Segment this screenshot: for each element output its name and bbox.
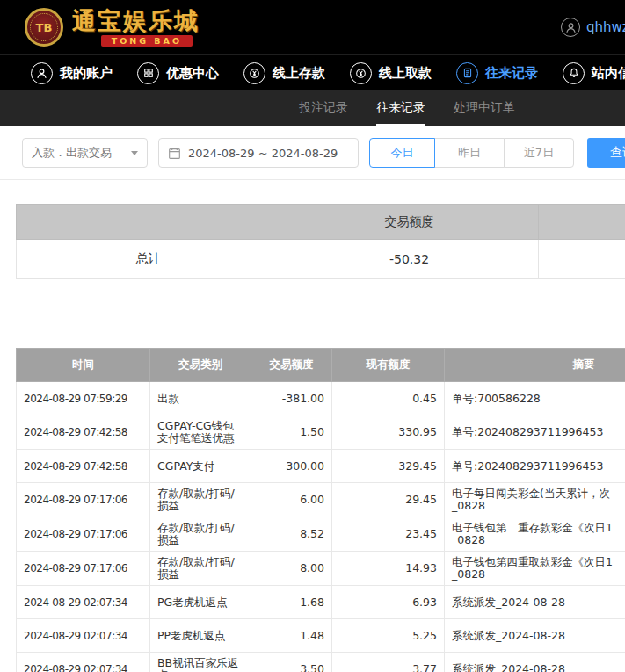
transactions-tbody: 2024-08-29 07:59:29出款-381.000.45单号:70058… — [17, 382, 625, 672]
table-row: 2024-08-29 07:17:06存款/取款/打码/损益6.0029.45电… — [17, 483, 625, 517]
table-row: 2024-08-29 02:07:34BB视讯百家乐返点3.503.77系统派发… — [17, 653, 625, 672]
tab-transaction-records[interactable]: 往来记录 — [376, 90, 425, 126]
summary-empty-cell — [539, 240, 625, 279]
nav-item-deposit[interactable]: 线上存款 — [243, 62, 325, 84]
tab-processing-orders[interactable]: 处理中订单 — [454, 90, 515, 126]
cell-balance: 23.45 — [332, 517, 445, 552]
cell-amount: 1.68 — [251, 586, 332, 619]
cell-summary: 单号:700586228 — [445, 382, 625, 415]
cell-type: PP老虎机返点 — [150, 619, 251, 653]
table-header-row: 时间 交易类别 交易额度 现有额度 摘要 — [17, 349, 625, 382]
cell-amount: 1.50 — [251, 415, 332, 450]
summary-section: 交易额度 总计 -50.32 — [16, 204, 625, 279]
last-7-days-button[interactable]: 近7日 — [504, 138, 574, 168]
records-icon — [456, 62, 478, 84]
nav-item-messages[interactable]: 站内信息 — [563, 62, 625, 84]
site-subtitle-badge: TONG BAO — [101, 35, 193, 47]
cell-summary: 系统派发_2024-08-28 — [445, 619, 625, 653]
cell-time: 2024-08-29 07:17:06 — [17, 517, 150, 552]
main-nav: 我的账户 优惠中心 线上存款 — [0, 54, 625, 90]
nav-item-my-account[interactable]: 我的账户 — [31, 62, 113, 84]
chevron-down-icon — [131, 151, 138, 155]
promo-icon — [137, 62, 159, 84]
nav-item-label: 线上存款 — [273, 65, 325, 82]
deposit-icon — [243, 62, 265, 84]
summary-header-empty — [17, 205, 280, 240]
nav-item-promotions[interactable]: 优惠中心 — [137, 62, 219, 84]
nav-item-label: 往来记录 — [485, 65, 538, 82]
today-button[interactable]: 今日 — [369, 138, 435, 168]
cell-time: 2024-08-29 02:07:34 — [17, 619, 150, 653]
nav-item-label: 站内信息 — [592, 65, 625, 82]
transaction-type-select[interactable]: 入款．出款交易 — [22, 138, 148, 168]
cell-type: CGPAY支付 — [150, 450, 251, 483]
summary-total-row: 总计 -50.32 — [17, 240, 625, 279]
summary-total-label: 总计 — [17, 240, 280, 279]
summary-total-value: -50.32 — [280, 240, 539, 279]
date-range-value: 2024-08-29 ~ 2024-08-29 — [188, 147, 338, 160]
cell-time: 2024-08-29 07:17:06 — [17, 483, 150, 517]
cell-balance: 329.45 — [332, 450, 445, 483]
cell-summary: 电子钱包第四重取款彩金《次日1 _0828 — [445, 552, 625, 586]
cell-type: 出款 — [150, 382, 251, 415]
header-summary: 摘要 — [445, 349, 625, 382]
cell-type: 存款/取款/打码/损益 — [150, 552, 251, 586]
summary-header-empty — [539, 205, 625, 240]
cell-time: 2024-08-29 02:07:34 — [17, 653, 150, 672]
date-range-picker[interactable]: 2024-08-29 ~ 2024-08-29 — [158, 138, 359, 168]
header-amount: 交易额度 — [251, 349, 332, 382]
user-menu[interactable]: qhhwz — [561, 18, 625, 37]
cell-amount: -381.00 — [251, 382, 332, 415]
search-button[interactable]: 查询 — [587, 138, 625, 168]
cell-type: BB视讯百家乐返点 — [150, 653, 251, 672]
cell-time: 2024-08-29 07:59:29 — [17, 382, 150, 415]
header-time: 时间 — [17, 349, 150, 382]
cell-summary: 系统派发_2024-08-28 — [445, 586, 625, 619]
cell-amount: 300.00 — [251, 450, 332, 483]
header-balance: 现有额度 — [332, 349, 445, 382]
cell-balance: 6.93 — [332, 586, 445, 619]
table-row: 2024-08-29 02:07:34PG老虎机返点1.686.93系统派发_2… — [17, 586, 625, 619]
withdraw-icon — [350, 62, 372, 84]
summary-header-amount: 交易额度 — [280, 205, 539, 240]
cell-balance: 330.95 — [332, 415, 445, 450]
cell-time: 2024-08-29 07:42:58 — [17, 415, 150, 450]
bell-icon — [563, 62, 585, 84]
cell-time: 2024-08-29 07:17:06 — [17, 552, 150, 586]
calendar-icon — [168, 147, 181, 160]
header-type: 交易类别 — [150, 349, 251, 382]
username: qhhwz — [586, 19, 625, 35]
cell-amount: 6.00 — [251, 483, 332, 517]
cell-amount: 1.48 — [251, 619, 332, 653]
table-row: 2024-08-29 02:07:34PP老虎机返点1.485.25系统派发_2… — [17, 619, 625, 653]
cell-time: 2024-08-29 07:42:58 — [17, 450, 150, 483]
nav-item-transaction-records[interactable]: 往来记录 — [456, 62, 538, 84]
cell-summary: 单号:202408293711996453 — [445, 415, 625, 450]
cell-balance: 14.93 — [332, 552, 445, 586]
cell-summary: 电子钱包第二重存款彩金《次日1 _0828 — [445, 517, 625, 552]
cell-amount: 3.50 — [251, 653, 332, 672]
page: TB 通宝娱乐城 TONG BAO qhhwz 我的账户 — [0, 0, 625, 672]
cell-summary: 系统派发_2024-08-28 — [445, 653, 625, 672]
avatar-icon — [561, 18, 580, 37]
cell-balance: 0.45 — [332, 382, 445, 415]
yesterday-button[interactable]: 昨日 — [434, 138, 505, 168]
logo-text: 通宝娱乐城 TONG BAO — [72, 9, 200, 47]
nav-item-label: 优惠中心 — [166, 65, 219, 82]
summary-table: 交易额度 总计 -50.32 — [16, 204, 625, 279]
logo-coin-text: TB — [36, 21, 53, 34]
site-title: 通宝娱乐城 — [72, 9, 200, 33]
cell-type: PG老虎机返点 — [150, 586, 251, 619]
cell-balance: 29.45 — [332, 483, 445, 517]
transactions-table: 时间 交易类别 交易额度 现有额度 摘要 2024-08-29 07:59:29… — [16, 348, 625, 672]
cell-type: CGPAY-CG钱包支付笔笔送优惠 — [150, 415, 251, 450]
site-logo[interactable]: TB 通宝娱乐城 TONG BAO — [25, 8, 200, 47]
account-icon — [31, 62, 53, 84]
tab-betting-records[interactable]: 投注记录 — [299, 90, 348, 126]
table-row: 2024-08-29 07:42:58CGPAY-CG钱包支付笔笔送优惠1.50… — [17, 415, 625, 450]
table-row: 2024-08-29 07:59:29出款-381.000.45单号:70058… — [17, 382, 625, 415]
cell-amount: 8.00 — [251, 552, 332, 586]
table-row: 2024-08-29 07:17:06存款/取款/打码/损益8.5223.45电… — [17, 517, 625, 552]
cell-type: 存款/取款/打码/损益 — [150, 483, 251, 517]
nav-item-withdraw[interactable]: 线上取款 — [350, 62, 432, 84]
